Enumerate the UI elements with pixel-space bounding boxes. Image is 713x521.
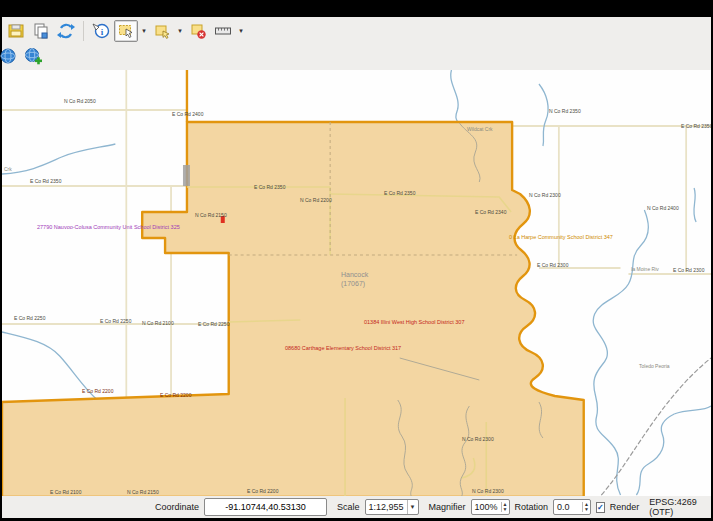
- road-label: N Co Rd 2350: [549, 109, 581, 114]
- road-label: E Co Rd 2350: [681, 124, 711, 129]
- scale-dropdown-icon[interactable]: ▼: [407, 500, 418, 514]
- select-by-form-button[interactable]: [150, 20, 174, 42]
- crs-label: EPSG:4269 (OTF): [649, 497, 697, 517]
- water-label: Ia Moine Riv: [631, 267, 659, 272]
- toolbar-row-1: i ▾ ▾: [4, 18, 711, 43]
- deselect-features-icon: [189, 22, 207, 40]
- refresh-button[interactable]: [54, 20, 78, 42]
- road-label: E Co Rd 2400: [172, 112, 203, 117]
- road-label: N Co Rd 2100: [142, 321, 174, 326]
- magnifier-label: Magnifier: [429, 502, 466, 512]
- road-label: N Co Rd 2300: [529, 193, 561, 198]
- magnifier-spin-arrows[interactable]: ▲▼: [501, 502, 509, 512]
- render-checkbox[interactable]: ✓: [596, 502, 605, 513]
- select-rectangle-icon: [117, 22, 135, 40]
- render-label: Render: [610, 502, 640, 512]
- save-edits-button[interactable]: [4, 20, 28, 42]
- select-rectangle-button[interactable]: [114, 20, 138, 42]
- new-globe-view-button[interactable]: [21, 45, 45, 67]
- map-canvas[interactable]: N Co Rd 2050E Co Rd 2400Wildcat CrkN Co …: [2, 70, 711, 496]
- app-window: i ▾ ▾: [2, 17, 711, 518]
- road-label: E Co Rd 2200: [247, 489, 278, 494]
- save-edits-icon: [7, 22, 25, 40]
- paste-features-icon: [32, 22, 50, 40]
- coordinate-label: Coordinate: [155, 502, 199, 512]
- coordinate-input[interactable]: [204, 498, 327, 516]
- identify-features-icon: i: [92, 22, 110, 40]
- road-label: N Co Rd 2150: [127, 490, 159, 495]
- select-by-form-icon: [153, 22, 171, 40]
- select-by-form-dropdown[interactable]: ▾: [175, 20, 185, 42]
- road-label: E Co Rd 2350: [30, 179, 61, 184]
- refresh-icon: [57, 22, 75, 40]
- water-label: Toledo Peoria: [639, 364, 670, 369]
- paste-features-button[interactable]: [29, 20, 53, 42]
- district-polygon[interactable]: [2, 122, 584, 496]
- toolbar-row-2: [4, 43, 711, 68]
- scale-value: 1:12,955: [366, 502, 407, 512]
- road-label: E Co Rd 2350: [384, 191, 415, 196]
- scale-combo[interactable]: 1:12,955 ▼: [365, 499, 419, 515]
- county-label: Hancock (17067): [341, 270, 368, 289]
- road-label: E Co Rd 2250: [198, 322, 229, 327]
- screenshot-root: { "toolbar": { "tools_row1": [ {"name": …: [0, 0, 713, 521]
- measure-dropdown[interactable]: ▾: [236, 20, 246, 42]
- identify-features-button[interactable]: i: [89, 20, 113, 42]
- road-label: E Co Rd 2100: [50, 490, 81, 495]
- road-label: N Co Rd 2150: [195, 213, 227, 218]
- status-bar: Coordinate Scale 1:12,955 ▼ Magnifier 10…: [2, 496, 711, 518]
- school-district-label: 01384 Illini West High School District 3…: [364, 320, 464, 326]
- school-district-label: 08680 Carthage Elementary School Distric…: [285, 346, 401, 352]
- scale-label: Scale: [337, 502, 360, 512]
- school-district-label: 0 La Harpe Community School District 347: [509, 235, 613, 241]
- road-label: N Co Rd 2300: [472, 489, 504, 494]
- road-label: E Co Rd 2250: [100, 319, 131, 324]
- new-globe-icon: [24, 47, 42, 65]
- road-label: E Co Rd 2350: [254, 185, 285, 190]
- road-label: N Co Rd 2200: [300, 198, 332, 203]
- measure-icon: [214, 22, 232, 40]
- toolbar: i ▾ ▾: [2, 17, 711, 70]
- road-label: E Co Rd 2300: [673, 268, 704, 273]
- measure-button[interactable]: [211, 20, 235, 42]
- rotation-spin-arrows[interactable]: ▲▼: [582, 502, 590, 512]
- deselect-features-button[interactable]: [186, 20, 210, 42]
- select-tool-dropdown[interactable]: ▾: [139, 20, 149, 42]
- road-label: E Co Rd 2250: [14, 316, 45, 321]
- school-district-label: 27790 Nauvoo-Colusa Community Unit Schoo…: [37, 225, 180, 231]
- magnifier-value: 100%: [472, 502, 501, 512]
- road-label: E Co Rd 2200: [160, 393, 191, 398]
- road-label: N Co Rd 2300: [462, 437, 494, 442]
- rotation-value: 0.0: [554, 502, 582, 512]
- railroad-line: [597, 358, 711, 496]
- road-label: E Co Rd 2300: [537, 263, 568, 268]
- rotation-label: Rotation: [515, 502, 549, 512]
- water-label: Wildcat Crk: [467, 127, 493, 132]
- globe-icon: [0, 47, 17, 65]
- road-label: N Co Rd 2050: [64, 99, 96, 104]
- county-code: (17067): [341, 279, 368, 288]
- magnifier-spinbox[interactable]: 100% ▲▼: [471, 499, 510, 515]
- toolbar-separator: [83, 21, 84, 41]
- rotation-spinbox[interactable]: 0.0 ▲▼: [553, 499, 591, 515]
- road-label: E Co Rd 2340: [475, 210, 506, 215]
- water-label: Crk: [4, 167, 12, 172]
- road-label: E Co Rd 2200: [82, 389, 113, 394]
- globe-view-button[interactable]: [0, 45, 20, 67]
- county-name: Hancock: [341, 270, 368, 279]
- road-label: N Co Rd 2400: [647, 206, 679, 211]
- bridge-marker: [183, 165, 190, 186]
